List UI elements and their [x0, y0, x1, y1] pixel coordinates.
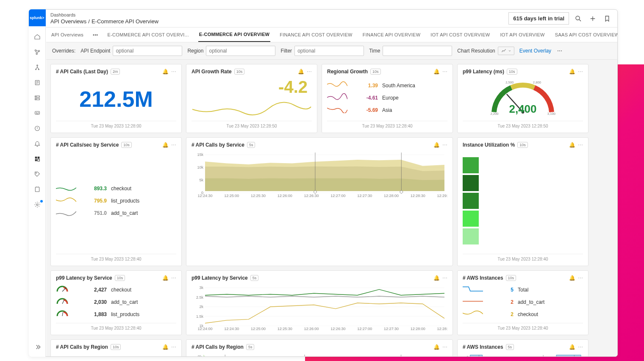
list-value: 1.39 — [353, 83, 378, 89]
sparkline — [327, 93, 348, 102]
timestamp: Tue 23 May 2023 12:28:50 — [192, 121, 312, 128]
list-item: 2checkout — [463, 308, 583, 320]
tab-6[interactable]: SAAS API COST OVERVIEW — [554, 28, 617, 42]
panel-aws-instances: # AWS Instances10s🔔⋯ 5Total2add_to_cart2… — [457, 270, 588, 335]
panel-bell-icon[interactable]: 🔔 — [433, 69, 440, 75]
main-window: Dashboards API Overviews/E-Commerce API … — [29, 9, 618, 357]
tab-ellipsis[interactable]: ••• — [93, 32, 98, 37]
panel-menu-icon[interactable]: ⋯ — [307, 69, 312, 75]
svg-text:12:25:00: 12:25:00 — [251, 327, 266, 330]
sparkline — [463, 310, 484, 319]
svg-point-22 — [576, 16, 580, 20]
network-icon[interactable] — [33, 48, 41, 56]
panel-bell-icon[interactable]: 🔔 — [162, 344, 169, 350]
svg-text:2,500: 2,500 — [505, 81, 514, 84]
list-label: checkout — [111, 186, 176, 192]
panel-menu-icon[interactable]: ⋯ — [578, 142, 583, 148]
panel-menu-icon[interactable]: ⋯ — [171, 69, 176, 75]
bell-icon[interactable] — [33, 140, 41, 147]
panel-menu-icon[interactable]: ⋯ — [442, 69, 447, 75]
settings-icon[interactable] — [33, 201, 41, 208]
panel-menu-icon[interactable]: ⋯ — [171, 344, 176, 350]
tab-1[interactable]: E-COMMERCE API OVERVIEW — [198, 28, 270, 42]
svg-text:12:25:00: 12:25:00 — [224, 194, 239, 197]
api-endpoint-input[interactable] — [113, 46, 182, 56]
svg-point-1 — [38, 50, 39, 52]
filter-input[interactable] — [294, 46, 364, 56]
breadcrumb-parent[interactable]: API Overviews — [50, 18, 86, 25]
collapse-icon[interactable] — [33, 343, 41, 351]
add-icon[interactable] — [588, 14, 598, 24]
event-overlay-link[interactable]: Event Overlay — [519, 48, 551, 54]
svg-rect-7 — [35, 96, 39, 97]
panel-title: # API Calls by Service — [192, 142, 244, 148]
splunk-logo[interactable]: splunk> — [29, 9, 46, 26]
alert-icon[interactable] — [33, 125, 41, 132]
pill: 10s — [370, 69, 381, 75]
list-value: 751.0 — [81, 210, 107, 216]
tab-0[interactable]: E-COMMERCE API COST OVERVI... — [107, 28, 190, 42]
panel-menu-icon[interactable]: ⋯ — [171, 142, 176, 148]
tab-3[interactable]: FINANCE API OVERVIEW — [362, 28, 422, 42]
rum-icon[interactable] — [33, 109, 41, 117]
sparkline — [56, 184, 77, 193]
home-icon[interactable] — [33, 33, 41, 41]
svg-point-0 — [35, 50, 36, 51]
util-square-3 — [463, 193, 479, 209]
panel-bell-icon[interactable]: 🔔 — [569, 344, 575, 350]
tab-api-overviews[interactable]: API Overviews — [50, 28, 84, 42]
panel-bell-icon[interactable]: 🔔 — [433, 275, 440, 281]
panel-menu-icon[interactable]: ⋯ — [578, 275, 583, 281]
list-label: add_to_cart — [111, 299, 176, 305]
note-icon[interactable] — [33, 186, 41, 193]
panel-menu-icon[interactable]: ⋯ — [578, 344, 583, 350]
chart-resolution-dropdown[interactable] — [498, 47, 514, 55]
tab-2[interactable]: FINANCE API COST OVERVIEW — [279, 28, 353, 42]
svg-text:12:27:00: 12:27:00 — [330, 194, 345, 197]
bookmark-icon[interactable] — [602, 14, 612, 24]
dashboard-grid: # API Calls (Last Day)2m🔔⋯ 212.5M Tue 23… — [46, 60, 617, 356]
panel-bell-icon[interactable]: 🔔 — [162, 69, 169, 75]
logs-icon[interactable] — [33, 79, 41, 86]
panel-bell-icon[interactable]: 🔔 — [569, 275, 575, 281]
panel-menu-icon[interactable]: ⋯ — [578, 69, 583, 75]
svg-point-19 — [36, 173, 36, 174]
panel-menu-icon[interactable]: ⋯ — [442, 142, 447, 148]
panel-title: # AWS Instances — [463, 344, 503, 350]
svg-text:2.5k: 2.5k — [196, 295, 204, 300]
growth-sparkline — [192, 97, 312, 118]
infra-icon[interactable] — [33, 94, 41, 102]
panel-calls-by-region-chart: # API Calls by Region5s🔔⋯ 2k4k6k8k12:241… — [186, 339, 453, 356]
dashboard-icon[interactable] — [33, 155, 41, 163]
pill: 5s — [506, 344, 514, 350]
list-value: 2,427 — [81, 287, 107, 293]
apm-icon[interactable] — [33, 64, 41, 71]
util-square-2 — [463, 175, 479, 191]
time-input[interactable] — [383, 46, 452, 56]
pill: 10s — [234, 69, 245, 75]
tab-4[interactable]: IOT API COST OVERVIEW — [430, 28, 491, 42]
region-input[interactable] — [206, 46, 275, 56]
filterbar-menu-icon[interactable]: ⋯ — [556, 47, 563, 55]
panel-bell-icon[interactable]: 🔔 — [162, 275, 169, 281]
breadcrumb-section[interactable]: Dashboards — [50, 12, 158, 17]
panel-bell-icon[interactable]: 🔔 — [433, 344, 440, 350]
panel-bell-icon[interactable]: 🔔 — [298, 69, 304, 75]
p99-latency-chart: 1k1.5k2k2.5k3k12:24:0012:24:3012:25:0012… — [192, 283, 447, 330]
tab-5[interactable]: IOT API OVERVIEW — [500, 28, 546, 42]
overrides-label: Overrides: — [52, 48, 75, 54]
sparkline — [463, 285, 484, 294]
search-icon[interactable] — [573, 14, 583, 24]
panel-bell-icon[interactable]: 🔔 — [433, 142, 440, 148]
panel-bell-icon[interactable]: 🔔 — [162, 142, 169, 148]
svg-point-13 — [38, 113, 38, 113]
panel-calls-by-region: # API Calls by Region10s🔔⋯ 860North Amer… — [50, 339, 182, 356]
panel-bell-icon[interactable]: 🔔 — [569, 142, 575, 148]
panel-menu-icon[interactable]: ⋯ — [442, 344, 447, 350]
panel-menu-icon[interactable]: ⋯ — [171, 275, 176, 281]
svg-text:12:27:30: 12:27:30 — [357, 194, 372, 197]
panel-menu-icon[interactable]: ⋯ — [442, 275, 447, 281]
tag-icon[interactable] — [33, 170, 41, 178]
panel-bell-icon[interactable]: 🔔 — [569, 69, 575, 75]
pill: 5s — [250, 275, 259, 281]
